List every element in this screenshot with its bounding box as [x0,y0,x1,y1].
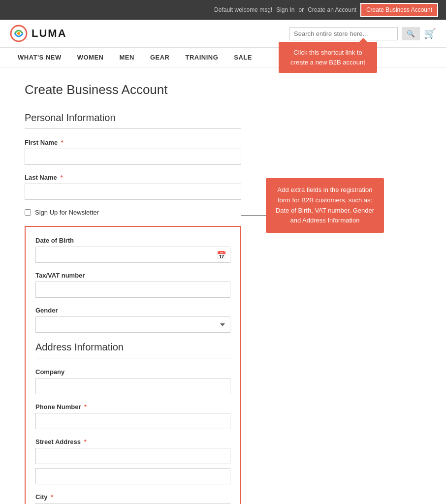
phone-input[interactable] [35,413,230,429]
logo[interactable]: LUMA [10,25,67,42]
dob-field: Date of Birth 📅 [35,237,230,263]
dob-input[interactable] [35,247,230,263]
tax-vat-label: Tax/VAT number [35,272,230,279]
main-nav: What's New Women Men Gear Training Sale [0,48,446,67]
nav-item-men[interactable]: Men [112,48,142,67]
tax-vat-field: Tax/VAT number [35,272,230,298]
header: LUMA 🔍 🛒 [0,20,446,48]
svg-point-1 [17,32,20,35]
city-field: City * [35,493,230,504]
phone-field: Phone Number * [35,403,230,429]
create-account-link[interactable]: Create an Account [308,6,356,13]
tooltip-extra-fields: Add extra fields in the registration for… [266,178,384,233]
tax-vat-input[interactable] [35,282,230,298]
dob-label: Date of Birth [35,237,230,244]
street-input-1[interactable] [35,448,230,464]
company-field: Company [35,368,230,394]
search-icon: 🔍 [407,30,415,37]
last-name-label: Last Name * [25,174,241,181]
page-title: Create Business Account [25,82,241,97]
logo-icon [10,25,28,42]
create-b2b-button[interactable]: Create Business Account [360,3,438,17]
cart-button[interactable]: 🛒 [424,28,436,39]
form-container: Create Business Account Personal Informa… [0,67,256,504]
city-required: * [51,493,53,501]
phone-label: Phone Number * [35,403,230,410]
last-name-required: * [60,174,63,181]
nav-item-women[interactable]: Women [69,48,112,67]
first-name-field: First Name * [25,139,241,165]
signin-link[interactable]: Sign In [276,6,294,13]
personal-info-section-title: Personal Information [25,112,241,129]
gender-label: Gender [35,307,230,314]
welcome-msg: Default welcome msg! [214,6,272,13]
city-label: City * [35,493,230,501]
street-label: Street Address * [35,438,230,445]
nav-item-sale[interactable]: Sale [226,48,260,67]
newsletter-checkbox[interactable] [25,209,31,216]
or-text: or [299,6,304,13]
gender-select[interactable]: Male Female Not Specified [35,316,230,333]
newsletter-row: Sign Up for Newsletter [25,209,241,216]
last-name-field: Last Name * [25,174,241,200]
street-field: Street Address * [35,438,230,484]
newsletter-label[interactable]: Sign Up for Newsletter [35,209,99,216]
nav-item-training[interactable]: Training [177,48,226,67]
search-button[interactable]: 🔍 [402,27,420,40]
street-input-2[interactable] [35,468,230,484]
company-label: Company [35,368,230,376]
top-bar: Default welcome msg! Sign In or Create a… [0,0,446,20]
first-name-required: * [61,139,64,146]
street-required: * [84,438,87,445]
address-info-section-title: Address Information [35,342,230,358]
tooltip-b2b-shortcut: Click this shortcut link to create a new… [279,42,377,73]
dob-row: 📅 [35,247,230,263]
search-box [289,27,398,40]
phone-required: * [84,403,87,410]
last-name-input[interactable] [25,184,241,200]
nav-item-whats-new[interactable]: What's New [10,48,69,67]
first-name-input[interactable] [25,149,241,165]
cart-icon: 🛒 [424,28,436,39]
b2b-extra-fields-box: Date of Birth 📅 Tax/VAT number Gender Ma… [25,226,241,504]
logo-text: LUMA [32,27,67,40]
tooltip-connector-line [241,215,268,216]
calendar-icon[interactable]: 📅 [217,250,226,259]
first-name-label: First Name * [25,139,241,146]
search-input[interactable] [294,30,393,37]
gender-field: Gender Male Female Not Specified [35,307,230,333]
nav-item-gear[interactable]: Gear [142,48,178,67]
company-input[interactable] [35,378,230,394]
